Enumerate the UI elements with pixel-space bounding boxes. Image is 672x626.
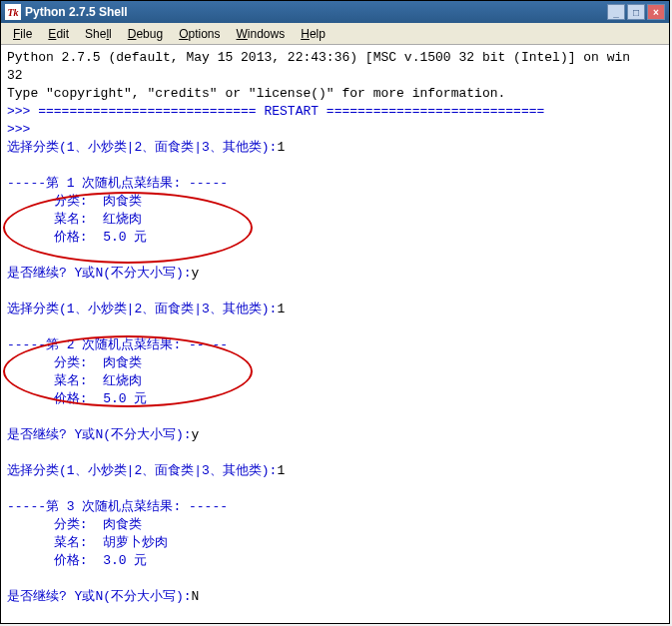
select-line: 选择分类(1、小炒类|2、面食类|3、其他类):1 bbox=[7, 301, 663, 318]
result-cat: 分类: 肉食类 bbox=[7, 354, 663, 372]
blank-line bbox=[7, 283, 663, 301]
blank-line bbox=[7, 444, 663, 462]
header-line: Type "copyright", "credits" or "license(… bbox=[7, 85, 663, 103]
result-sep: -----第 1 次随机点菜结果: ----- bbox=[7, 175, 663, 193]
blank-line bbox=[7, 157, 663, 175]
blank-line bbox=[7, 570, 663, 588]
result-sep: -----第 3 次随机点菜结果: ----- bbox=[7, 498, 663, 516]
menu-debug[interactable]: Debug bbox=[120, 25, 171, 43]
restart-line: >>> ============================ RESTART… bbox=[7, 103, 663, 121]
menu-file[interactable]: File bbox=[5, 25, 40, 43]
result-price: 价格: 3.0 元 bbox=[7, 552, 663, 570]
app-window: Tk Python 2.7.5 Shell _ □ × File Edit Sh… bbox=[0, 0, 670, 624]
close-button[interactable]: × bbox=[647, 4, 665, 20]
blank-line bbox=[7, 480, 663, 498]
prompt-line: >>> bbox=[7, 121, 663, 139]
result-name: 菜名: 红烧肉 bbox=[7, 211, 663, 229]
result-cat: 分类: 肉食类 bbox=[7, 193, 663, 211]
tk-icon: Tk bbox=[5, 4, 21, 20]
result-name: 菜名: 红烧肉 bbox=[7, 372, 663, 390]
shell-content[interactable]: Python 2.7.5 (default, May 15 2013, 22:4… bbox=[1, 45, 669, 623]
blank-line bbox=[7, 606, 663, 623]
select-line: 选择分类(1、小炒类|2、面食类|3、其他类):1 bbox=[7, 462, 663, 480]
blank-line bbox=[7, 318, 663, 336]
minimize-button[interactable]: _ bbox=[607, 4, 625, 20]
menu-windows[interactable]: Windows bbox=[229, 25, 294, 43]
continue-line: 是否继续? Y或N(不分大小写):y bbox=[7, 265, 663, 283]
select-line: 选择分类(1、小炒类|2、面食类|3、其他类):1 bbox=[7, 139, 663, 157]
blank-line bbox=[7, 408, 663, 426]
result-cat: 分类: 肉食类 bbox=[7, 516, 663, 534]
blank-line bbox=[7, 247, 663, 265]
result-price: 价格: 5.0 元 bbox=[7, 229, 663, 247]
result-sep: -----第 2 次随机点菜结果: ----- bbox=[7, 336, 663, 354]
menubar: File Edit Shell Debug Options Windows He… bbox=[1, 23, 669, 45]
continue-line: 是否继续? Y或N(不分大小写):y bbox=[7, 426, 663, 444]
header-line: Python 2.7.5 (default, May 15 2013, 22:4… bbox=[7, 49, 663, 67]
header-line: 32 bbox=[7, 67, 663, 85]
window-title: Python 2.7.5 Shell bbox=[25, 5, 607, 19]
titlebar: Tk Python 2.7.5 Shell _ □ × bbox=[1, 1, 669, 23]
maximize-button[interactable]: □ bbox=[627, 4, 645, 20]
menu-help[interactable]: Help bbox=[293, 25, 334, 43]
menu-options[interactable]: Options bbox=[171, 25, 228, 43]
continue-line: 是否继续? Y或N(不分大小写):N bbox=[7, 588, 663, 606]
window-controls: _ □ × bbox=[607, 4, 665, 20]
result-price: 价格: 5.0 元 bbox=[7, 390, 663, 408]
menu-edit[interactable]: Edit bbox=[40, 25, 77, 43]
result-name: 菜名: 胡萝卜炒肉 bbox=[7, 534, 663, 552]
menu-shell[interactable]: Shell bbox=[77, 25, 120, 43]
